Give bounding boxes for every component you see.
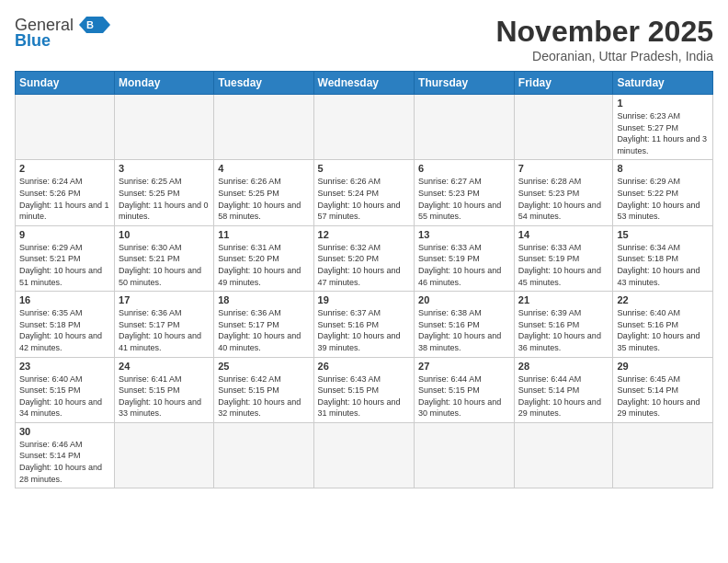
col-wednesday: Wednesday bbox=[313, 72, 415, 95]
location-title: Deoranian, Uttar Pradesh, India bbox=[495, 49, 713, 63]
day-number: 19 bbox=[318, 294, 411, 305]
table-row: 2Sunrise: 6:24 AMSunset: 5:26 PMDaylight… bbox=[16, 160, 115, 225]
col-saturday: Saturday bbox=[613, 72, 713, 95]
table-row: 29Sunrise: 6:45 AMSunset: 5:14 PMDayligh… bbox=[613, 357, 713, 422]
table-row: 20Sunrise: 6:38 AMSunset: 5:16 PMDayligh… bbox=[415, 292, 515, 357]
empty-cell bbox=[313, 422, 415, 488]
day-info: Sunrise: 6:38 AMSunset: 5:16 PMDaylight:… bbox=[418, 307, 510, 353]
table-row: 14Sunrise: 6:33 AMSunset: 5:19 PMDayligh… bbox=[514, 225, 613, 291]
col-thursday: Thursday bbox=[415, 72, 515, 95]
month-title: November 2025 bbox=[495, 15, 713, 49]
table-row: 24Sunrise: 6:41 AMSunset: 5:15 PMDayligh… bbox=[115, 357, 214, 422]
day-number: 30 bbox=[19, 426, 110, 437]
day-info: Sunrise: 6:41 AMSunset: 5:15 PMDaylight:… bbox=[119, 373, 210, 419]
col-friday: Friday bbox=[514, 72, 613, 95]
table-row: 8Sunrise: 6:29 AMSunset: 5:22 PMDaylight… bbox=[613, 160, 713, 225]
day-number: 2 bbox=[19, 163, 110, 174]
day-number: 1 bbox=[617, 98, 709, 109]
day-info: Sunrise: 6:28 AMSunset: 5:23 PMDaylight:… bbox=[518, 176, 609, 222]
day-info: Sunrise: 6:39 AMSunset: 5:16 PMDaylight:… bbox=[518, 307, 609, 353]
day-number: 21 bbox=[518, 294, 609, 305]
day-info: Sunrise: 6:36 AMSunset: 5:17 PMDaylight:… bbox=[218, 307, 309, 353]
table-row: 18Sunrise: 6:36 AMSunset: 5:17 PMDayligh… bbox=[214, 292, 313, 357]
table-row bbox=[115, 95, 214, 160]
table-row: 13Sunrise: 6:33 AMSunset: 5:19 PMDayligh… bbox=[415, 225, 515, 291]
empty-cell bbox=[415, 422, 515, 488]
day-number: 6 bbox=[418, 163, 510, 174]
calendar-row: 16Sunrise: 6:35 AMSunset: 5:18 PMDayligh… bbox=[16, 292, 713, 357]
calendar-row: 2Sunrise: 6:24 AMSunset: 5:26 PMDaylight… bbox=[16, 160, 713, 225]
table-row: 7Sunrise: 6:28 AMSunset: 5:23 PMDaylight… bbox=[514, 160, 613, 225]
calendar-table: Sunday Monday Tuesday Wednesday Thursday… bbox=[15, 71, 713, 488]
day-info: Sunrise: 6:29 AMSunset: 5:21 PMDaylight:… bbox=[19, 242, 110, 288]
day-number: 15 bbox=[617, 229, 709, 240]
table-row: 30Sunrise: 6:46 AMSunset: 5:14 PMDayligh… bbox=[16, 422, 115, 488]
empty-cell bbox=[115, 422, 214, 488]
table-row: 21Sunrise: 6:39 AMSunset: 5:16 PMDayligh… bbox=[514, 292, 613, 357]
day-number: 23 bbox=[19, 361, 110, 372]
page-header: General B Blue November 2025 Deoranian, … bbox=[15, 15, 713, 63]
table-row bbox=[415, 95, 515, 160]
day-number: 29 bbox=[617, 361, 709, 372]
day-info: Sunrise: 6:43 AMSunset: 5:15 PMDaylight:… bbox=[318, 373, 411, 419]
table-row: 11Sunrise: 6:31 AMSunset: 5:20 PMDayligh… bbox=[214, 225, 313, 291]
day-info: Sunrise: 6:30 AMSunset: 5:21 PMDaylight:… bbox=[119, 242, 210, 288]
logo: General B Blue bbox=[15, 15, 110, 51]
day-info: Sunrise: 6:23 AMSunset: 5:27 PMDaylight:… bbox=[617, 110, 709, 156]
table-row: 1Sunrise: 6:23 AMSunset: 5:27 PMDaylight… bbox=[613, 95, 713, 160]
table-row: 17Sunrise: 6:36 AMSunset: 5:17 PMDayligh… bbox=[115, 292, 214, 357]
table-row: 16Sunrise: 6:35 AMSunset: 5:18 PMDayligh… bbox=[16, 292, 115, 357]
calendar-row: 23Sunrise: 6:40 AMSunset: 5:15 PMDayligh… bbox=[16, 357, 713, 422]
day-info: Sunrise: 6:33 AMSunset: 5:19 PMDaylight:… bbox=[518, 242, 609, 288]
empty-cell bbox=[613, 422, 713, 488]
empty-cell bbox=[514, 422, 613, 488]
calendar-row: 1Sunrise: 6:23 AMSunset: 5:27 PMDaylight… bbox=[16, 95, 713, 160]
table-row bbox=[16, 95, 115, 160]
calendar-row: 9Sunrise: 6:29 AMSunset: 5:21 PMDaylight… bbox=[16, 225, 713, 291]
col-tuesday: Tuesday bbox=[214, 72, 313, 95]
day-info: Sunrise: 6:44 AMSunset: 5:14 PMDaylight:… bbox=[518, 373, 609, 419]
day-number: 3 bbox=[119, 163, 210, 174]
day-info: Sunrise: 6:27 AMSunset: 5:23 PMDaylight:… bbox=[418, 176, 510, 222]
empty-cell bbox=[214, 422, 313, 488]
day-number: 8 bbox=[617, 163, 709, 174]
day-number: 11 bbox=[218, 229, 309, 240]
day-info: Sunrise: 6:31 AMSunset: 5:20 PMDaylight:… bbox=[218, 242, 309, 288]
day-number: 20 bbox=[418, 294, 510, 305]
day-number: 14 bbox=[518, 229, 609, 240]
day-number: 12 bbox=[318, 229, 411, 240]
day-number: 10 bbox=[119, 229, 210, 240]
day-info: Sunrise: 6:26 AMSunset: 5:24 PMDaylight:… bbox=[318, 176, 411, 222]
table-row: 12Sunrise: 6:32 AMSunset: 5:20 PMDayligh… bbox=[313, 225, 415, 291]
day-info: Sunrise: 6:42 AMSunset: 5:15 PMDaylight:… bbox=[218, 373, 309, 419]
table-row: 25Sunrise: 6:42 AMSunset: 5:15 PMDayligh… bbox=[214, 357, 313, 422]
day-info: Sunrise: 6:34 AMSunset: 5:18 PMDaylight:… bbox=[617, 242, 709, 288]
day-number: 7 bbox=[518, 163, 609, 174]
day-number: 16 bbox=[19, 294, 110, 305]
day-info: Sunrise: 6:33 AMSunset: 5:19 PMDaylight:… bbox=[418, 242, 510, 288]
svg-text:B: B bbox=[86, 19, 94, 30]
table-row: 19Sunrise: 6:37 AMSunset: 5:16 PMDayligh… bbox=[313, 292, 415, 357]
day-number: 13 bbox=[418, 229, 510, 240]
table-row: 15Sunrise: 6:34 AMSunset: 5:18 PMDayligh… bbox=[613, 225, 713, 291]
day-number: 4 bbox=[218, 163, 309, 174]
day-number: 17 bbox=[119, 294, 210, 305]
day-number: 28 bbox=[518, 361, 609, 372]
logo-blue-text: Blue bbox=[15, 31, 51, 51]
table-row: 23Sunrise: 6:40 AMSunset: 5:15 PMDayligh… bbox=[16, 357, 115, 422]
day-number: 5 bbox=[318, 163, 411, 174]
day-number: 27 bbox=[418, 361, 510, 372]
calendar-row: 30Sunrise: 6:46 AMSunset: 5:14 PMDayligh… bbox=[16, 422, 713, 488]
table-row: 6Sunrise: 6:27 AMSunset: 5:23 PMDaylight… bbox=[415, 160, 515, 225]
day-info: Sunrise: 6:44 AMSunset: 5:15 PMDaylight:… bbox=[418, 373, 510, 419]
day-info: Sunrise: 6:40 AMSunset: 5:16 PMDaylight:… bbox=[617, 307, 709, 353]
col-sunday: Sunday bbox=[16, 72, 115, 95]
day-number: 26 bbox=[318, 361, 411, 372]
table-row: 10Sunrise: 6:30 AMSunset: 5:21 PMDayligh… bbox=[115, 225, 214, 291]
svg-marker-0 bbox=[79, 17, 110, 33]
day-number: 18 bbox=[218, 294, 309, 305]
day-info: Sunrise: 6:26 AMSunset: 5:25 PMDaylight:… bbox=[218, 176, 309, 222]
table-row: 4Sunrise: 6:26 AMSunset: 5:25 PMDaylight… bbox=[214, 160, 313, 225]
day-info: Sunrise: 6:35 AMSunset: 5:18 PMDaylight:… bbox=[19, 307, 110, 353]
table-row: 3Sunrise: 6:25 AMSunset: 5:25 PMDaylight… bbox=[115, 160, 214, 225]
